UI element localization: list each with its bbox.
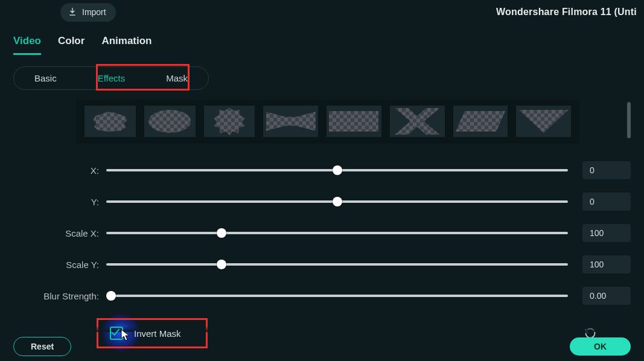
- slider-scale-x[interactable]: [106, 232, 568, 234]
- mask-shape-cloud[interactable]: [84, 106, 136, 137]
- slider-blur-value[interactable]: 0.00: [582, 287, 631, 305]
- import-button[interactable]: Import: [60, 3, 116, 22]
- slider-x[interactable]: [106, 169, 568, 171]
- mask-shape-rect[interactable]: [327, 106, 381, 137]
- tab-animation[interactable]: Animation: [101, 35, 151, 55]
- ok-button[interactable]: OK: [570, 337, 631, 356]
- reset-button[interactable]: Reset: [13, 337, 71, 356]
- slider-blur[interactable]: [106, 295, 568, 297]
- slider-y[interactable]: [106, 200, 568, 203]
- mask-shape-bowtie[interactable]: [263, 106, 318, 137]
- subtab-mask[interactable]: Mask: [145, 67, 208, 89]
- slider-y-label: Y:: [13, 197, 106, 207]
- subtab-row: Basic Effects Mask: [13, 66, 209, 90]
- mask-shape-ellipse[interactable]: [144, 106, 196, 137]
- slider-scale-y-label: Scale Y:: [13, 260, 106, 270]
- subtab-basic[interactable]: Basic: [14, 67, 77, 89]
- slider-scale-y[interactable]: [106, 263, 568, 266]
- slider-scale-x-label: Scale X:: [13, 228, 106, 238]
- slider-x-value[interactable]: 0: [582, 161, 631, 179]
- slider-blur-label: Blur Strength:: [13, 291, 106, 301]
- import-icon: [68, 7, 77, 18]
- import-label: Import: [82, 7, 106, 17]
- slider-x-label: X:: [13, 165, 106, 176]
- subtab-effects[interactable]: Effects: [77, 67, 146, 89]
- slider-scale-y-value[interactable]: 100: [582, 255, 631, 273]
- invert-mask-checkbox[interactable]: [110, 327, 123, 340]
- tab-video[interactable]: Video: [13, 35, 41, 55]
- slider-scale-x-value[interactable]: 100: [582, 224, 631, 242]
- mask-shape-flower[interactable]: [204, 106, 255, 137]
- mask-shape-triangle[interactable]: [516, 106, 571, 137]
- mask-shape-parallelogram[interactable]: [453, 106, 508, 137]
- invert-mask-label: Invert Mask: [134, 328, 181, 339]
- slider-y-value[interactable]: 0: [582, 193, 631, 211]
- app-title: Wondershare Filmora 11 (Unti: [496, 7, 637, 18]
- tab-color[interactable]: Color: [58, 35, 84, 55]
- mask-shape-row: [76, 100, 579, 143]
- mask-shape-x[interactable]: [390, 106, 445, 137]
- shape-scrollbar[interactable]: [627, 102, 631, 138]
